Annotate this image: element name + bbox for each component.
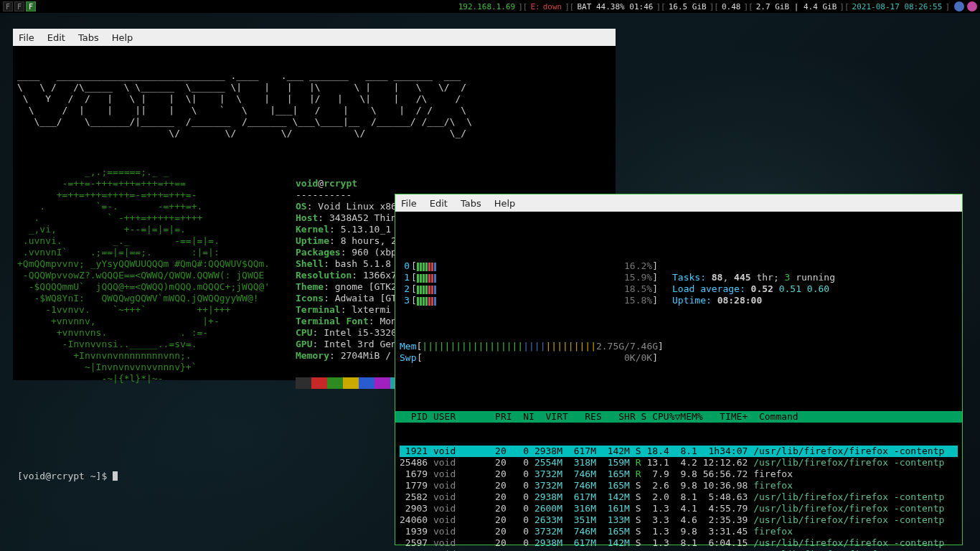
sep: ][	[743, 2, 753, 11]
menu-tabs[interactable]: Tabs	[78, 32, 99, 43]
bluetooth-icon[interactable]	[954, 1, 964, 11]
cpu-meter-2: 2[18.5%]	[400, 283, 658, 295]
menubar: File Edit Tabs Help	[13, 29, 616, 46]
cursor	[113, 471, 118, 481]
status-eth-state: down	[543, 2, 562, 11]
process-row[interactable]: 2903 void 20 0 2600M 316M 161M S 1.3 4.1…	[400, 503, 958, 514]
sep: ][	[656, 2, 665, 11]
tray-app-icon[interactable]	[967, 1, 977, 11]
cpu-meter-0: 0[16.2%]	[400, 260, 658, 272]
terminal-body[interactable]: 0[16.2%]1[15.9%]2[18.5%]3[15.8%] Tasks: …	[395, 212, 962, 551]
voidlinux-ascii: ____ ______________________________ .___…	[17, 70, 611, 139]
process-row[interactable]: 24060 void 20 0 2633M 351M 133M S 3.3 4.…	[400, 514, 958, 526]
process-row[interactable]: 1679 void 20 0 3732M 746M 165M R 7.9 9.8…	[400, 468, 958, 480]
status-ip: 192.168.1.69	[458, 2, 515, 11]
process-row[interactable]: 2582 void 20 0 2938M 617M 142M S 2.0 8.1…	[400, 491, 958, 503]
void-logo-ascii: _,.;======;._ _ -=++=-+++=+++=+++=++== +…	[17, 166, 296, 412]
workspace-3[interactable]: F	[26, 1, 36, 11]
process-row[interactable]: 1939 void 20 0 3732M 746M 165M S 1.3 9.8…	[400, 526, 958, 537]
status-battery: BAT 44.38% 01:46	[577, 2, 653, 11]
menu-file[interactable]: File	[19, 32, 34, 43]
process-row[interactable]: 25486 void 20 0 2554M 318M 159M R 13.1 4…	[400, 457, 958, 468]
terminal-window-htop[interactable]: File Edit Tabs Help 0[16.2%]1[15.9%]2[18…	[395, 194, 963, 545]
menu-file[interactable]: File	[401, 198, 417, 209]
status-datetime: 2021-08-17 08:26:55	[852, 2, 943, 11]
cpu-meter-1: 1[15.9%]	[400, 272, 658, 283]
status-eth-label: E:	[530, 2, 540, 11]
sep: ][	[518, 2, 527, 11]
status-bar: F F F 192.168.1.69 ][ E: down ][ BAT 44.…	[0, 0, 980, 13]
mem-meter: Mem[|||||||||||||||||||||||||||||||2.75G…	[400, 341, 658, 352]
status-mem: 16.5 GiB	[669, 2, 707, 11]
process-row[interactable]: 1921 void 20 0 2938M 617M 142M S 18.4 8.…	[400, 446, 958, 457]
sep: ][	[839, 2, 849, 11]
process-row[interactable]: 2597 void 20 0 2938M 617M 142M S 1.3 8.1…	[400, 537, 958, 549]
status-disk: 2.7 GiB | 4.4 GiB	[756, 2, 837, 11]
menu-edit[interactable]: Edit	[47, 32, 65, 43]
menu-tabs[interactable]: Tabs	[461, 198, 481, 209]
sep: ][	[565, 2, 574, 11]
workspace-1[interactable]: F	[3, 1, 13, 11]
swap-meter: Swp[0K/0K]	[400, 352, 658, 364]
sep: ]	[945, 2, 950, 11]
menubar: File Edit Tabs Help	[395, 194, 962, 212]
cpu-meter-3: 3[15.8%]	[400, 295, 658, 306]
sep: ][	[710, 2, 719, 11]
htop-columns: PID USER PRI NI VIRT RES SHR S CPU%▽MEM%…	[395, 411, 962, 423]
htop-summary: Tasks: 88, 445 thr; 3 running Load avera…	[672, 260, 958, 318]
menu-help[interactable]: Help	[494, 198, 516, 209]
workspace-2[interactable]: F	[14, 1, 24, 11]
process-row[interactable]: 1779 void 20 0 3732M 746M 165M S 2.6 9.8…	[400, 480, 958, 491]
status-load: 0.48	[722, 2, 741, 11]
menu-help[interactable]: Help	[112, 32, 133, 43]
menu-edit[interactable]: Edit	[430, 198, 448, 209]
